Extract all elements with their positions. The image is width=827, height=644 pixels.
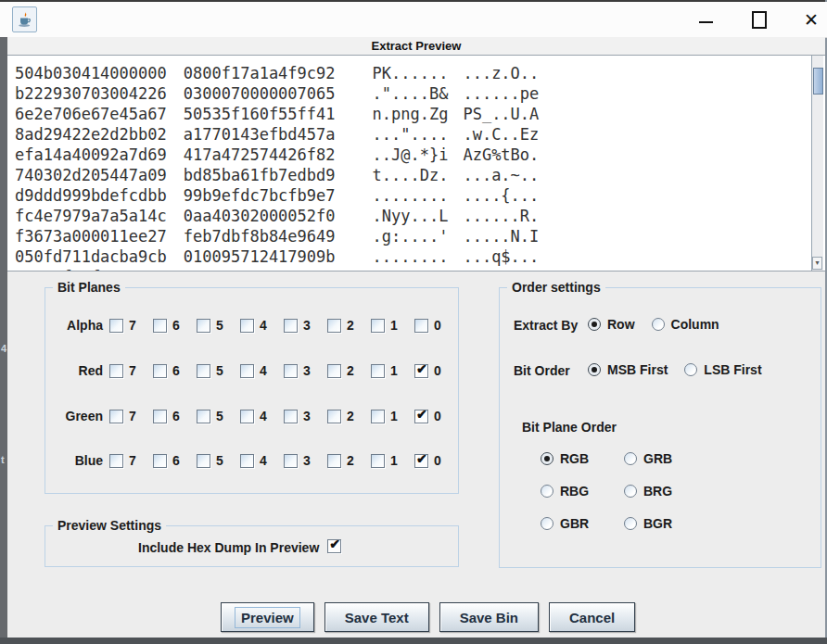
button-label: Save Text	[338, 607, 415, 628]
hex-dump-a2: ...q$...	[463, 246, 539, 267]
app-icon-button[interactable]	[12, 6, 37, 32]
checkbox-checked[interactable]	[414, 454, 428, 468]
maximize-button[interactable]	[744, 2, 775, 37]
checkbox-unchecked[interactable]	[153, 319, 167, 333]
bit-blue-6: 6	[153, 453, 197, 468]
bit-blue-3: 3	[284, 453, 327, 468]
checkbox-unchecked[interactable]	[240, 410, 254, 423]
radio-option-msb-first[interactable]: MSB First	[588, 362, 668, 377]
hex-dump-h2: 0800f17a1a4f9c92	[184, 63, 336, 83]
checkbox-unchecked[interactable]	[371, 319, 385, 333]
checkbox-unchecked[interactable]	[197, 410, 210, 423]
bit-label: 6	[172, 409, 180, 423]
checkbox-unchecked[interactable]	[153, 454, 167, 468]
hex-dump-area[interactable]: 504b0304140000000800f17a1a4f9c92PK......…	[7, 55, 825, 271]
checkbox-unchecked[interactable]	[153, 410, 167, 423]
hex-dump-line: d9ddd999bdefcdbb99b9efdc7bcfb9e7........…	[15, 185, 825, 206]
bit-plane-order-row: GBRBGR	[541, 516, 707, 549]
bitplane-row-blue: Blue76543210	[45, 451, 458, 470]
checkbox-unchecked[interactable]	[197, 364, 210, 378]
checkbox-unchecked[interactable]	[327, 364, 341, 378]
checkbox-unchecked[interactable]	[327, 410, 341, 423]
checkbox-unchecked[interactable]	[414, 319, 428, 333]
bit-label: 3	[303, 409, 311, 423]
radio-unselected[interactable]	[652, 318, 665, 331]
bit-label: 7	[129, 363, 136, 378]
radio-option-grb[interactable]: GRB	[624, 451, 707, 466]
checkbox-unchecked[interactable]	[327, 454, 341, 468]
checkbox-checked[interactable]	[327, 539, 341, 553]
preview-settings-group-title: Preview Settings	[53, 518, 166, 533]
checkbox-unchecked[interactable]	[284, 364, 298, 378]
radio-label: MSB First	[607, 362, 668, 377]
checkbox-unchecked[interactable]	[109, 319, 123, 333]
bit-order-row: Bit Order MSB FirstLSB First	[500, 361, 779, 380]
checkbox-unchecked[interactable]	[327, 319, 341, 333]
vertical-scrollbar[interactable]: ▾	[811, 56, 823, 271]
radio-selected[interactable]	[588, 318, 601, 331]
hex-dump-a1: ."....B&	[373, 83, 449, 104]
radio-unselected[interactable]	[541, 485, 553, 498]
checkbox-unchecked[interactable]	[371, 364, 385, 378]
checkbox-unchecked[interactable]	[197, 454, 210, 468]
checkbox-unchecked[interactable]	[284, 319, 298, 333]
minimize-icon	[699, 21, 713, 23]
radio-option-rgb[interactable]: RGB	[541, 451, 624, 466]
checkbox-unchecked[interactable]	[284, 454, 298, 468]
radio-option-lsb-first[interactable]: LSB First	[684, 362, 761, 377]
checkbox-unchecked[interactable]	[371, 410, 385, 423]
bit-alpha-0: 0	[414, 318, 458, 333]
radio-option-brg[interactable]: BRG	[624, 484, 707, 499]
checkbox-checked[interactable]	[414, 410, 428, 423]
bit-planes-group-title: Bit Planes	[53, 280, 125, 295]
scrollbar-down-button[interactable]: ▾	[812, 257, 822, 270]
checkbox-unchecked[interactable]	[240, 319, 254, 333]
hex-dump-line: b2229307030042260300070000007065."....B&…	[15, 83, 825, 104]
bit-order-label: Bit Order	[514, 363, 588, 378]
checkbox-unchecked[interactable]	[109, 364, 123, 378]
button-cancel[interactable]: Cancel	[549, 602, 635, 632]
radio-unselected[interactable]	[684, 363, 697, 376]
checkbox-checked[interactable]	[414, 364, 428, 378]
bit-blue-0: 0	[414, 453, 458, 468]
radio-selected[interactable]	[541, 452, 553, 465]
bit-label: 3	[303, 363, 311, 378]
checkbox-unchecked[interactable]	[240, 454, 254, 468]
hex-dump-a2: AzG%tBo.	[463, 145, 539, 165]
radio-unselected[interactable]	[624, 485, 637, 498]
button-save-bin[interactable]: Save Bin	[439, 602, 539, 632]
radio-option-gbr[interactable]: GBR	[541, 516, 624, 531]
scrollbar-thumb[interactable]	[813, 68, 823, 95]
close-button[interactable]: ✕	[795, 2, 827, 37]
radio-unselected[interactable]	[624, 517, 637, 530]
radio-option-column[interactable]: Column	[652, 317, 719, 332]
extract-by-options: RowColumn	[588, 317, 736, 335]
close-icon: ✕	[804, 9, 819, 31]
bit-label: 0	[434, 409, 441, 423]
checkbox-unchecked[interactable]	[153, 364, 167, 378]
bit-label: 6	[172, 363, 180, 378]
bitplane-row-red: Red76543210	[45, 361, 458, 380]
radio-unselected[interactable]	[541, 517, 553, 530]
checkbox-unchecked[interactable]	[109, 410, 123, 423]
radio-option-bgr[interactable]: BGR	[624, 516, 707, 531]
button-save-text[interactable]: Save Text	[324, 602, 429, 632]
checkbox-unchecked[interactable]	[284, 410, 298, 423]
radio-option-row[interactable]: Row	[588, 317, 635, 332]
radio-unselected[interactable]	[624, 452, 637, 465]
checkbox-unchecked[interactable]	[109, 454, 123, 468]
bit-label: 2	[347, 409, 354, 423]
radio-option-rbg[interactable]: RBG	[541, 484, 624, 499]
radio-selected[interactable]	[588, 363, 601, 376]
hex-dump-line: 8ad29422e2d2bb02a1770143efbd457a..."....…	[15, 124, 825, 145]
checkbox-unchecked[interactable]	[371, 454, 385, 468]
button-preview[interactable]: Preview	[221, 602, 314, 632]
checkbox-unchecked[interactable]	[197, 319, 210, 333]
hex-dump-a2: I.......	[463, 267, 539, 271]
hex-dump-line: 6e2e706e67e45a6750535f160f55ff41n.png.Zg…	[15, 104, 825, 124]
minimize-button[interactable]	[690, 2, 721, 37]
checkbox-unchecked[interactable]	[240, 364, 254, 378]
hex-dump-h1: 6e2e706e67e45a67	[15, 104, 167, 124]
bit-red-1: 1	[371, 363, 414, 378]
hex-dump-line: fc4e7979a7a5a14c0aa40302000052f0.Nyy...L…	[15, 206, 825, 226]
